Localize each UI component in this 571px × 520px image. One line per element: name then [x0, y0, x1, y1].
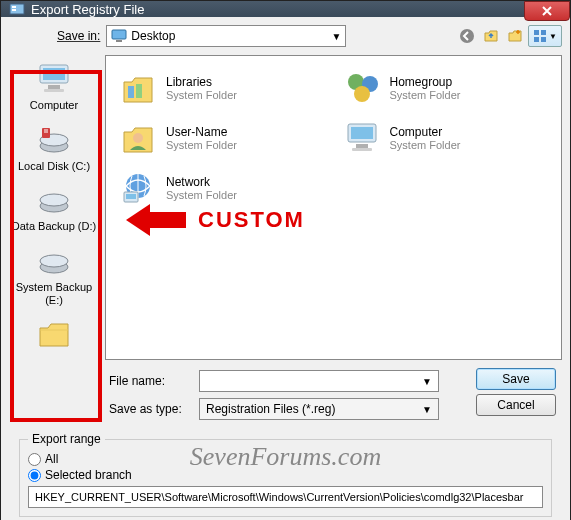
svg-rect-33: [126, 194, 136, 199]
back-button[interactable]: [456, 25, 478, 47]
nav-toolbar: ▼: [456, 25, 562, 47]
filename-input[interactable]: ▼: [199, 370, 439, 392]
svg-point-25: [354, 86, 370, 102]
save-in-row: Save in: Desktop ▼ ▼: [9, 23, 562, 51]
places-item-local-disk-c[interactable]: Local Disk (C:): [11, 120, 97, 175]
svg-rect-29: [356, 144, 368, 148]
custom-text: CUSTOM: [198, 207, 305, 233]
item-name: Computer: [390, 125, 461, 139]
radio-all[interactable]: [28, 453, 41, 466]
svg-point-26: [133, 133, 143, 143]
radio-selected[interactable]: [28, 469, 41, 482]
item-name: Network: [166, 175, 237, 189]
svg-rect-9: [541, 37, 546, 42]
branch-path-input[interactable]: [28, 486, 543, 508]
desktop-icon: [111, 28, 127, 44]
list-item[interactable]: User-NameSystem Folder: [116, 116, 328, 160]
item-name: Homegroup: [390, 75, 461, 89]
file-listing[interactable]: LibrariesSystem Folder HomegroupSystem F…: [105, 55, 562, 360]
save-button[interactable]: Save: [476, 368, 556, 390]
places-item-folder[interactable]: [11, 314, 97, 356]
computer-icon: [342, 118, 382, 158]
list-item[interactable]: LibrariesSystem Folder: [116, 66, 328, 110]
radio-selected-label[interactable]: Selected branch: [28, 468, 543, 482]
item-sub: System Folder: [390, 89, 461, 101]
window-title: Export Registry File: [31, 2, 144, 17]
regedit-icon: [9, 1, 25, 17]
places-item-data-backup-d[interactable]: Data Backup (D:): [11, 180, 97, 235]
radio-all-text: All: [45, 452, 58, 466]
places-bar: Computer Local Disk (C:) Data Backup (D:…: [9, 55, 99, 360]
disk-icon: [36, 122, 72, 158]
filename-label: File name:: [109, 374, 189, 388]
svg-rect-4: [116, 40, 122, 42]
item-sub: System Folder: [166, 139, 237, 151]
places-label: System Backup (E:): [11, 281, 97, 306]
save-in-label: Save in:: [57, 29, 100, 43]
svg-rect-30: [352, 148, 372, 151]
view-icon: [533, 29, 547, 43]
svg-point-5: [460, 29, 474, 43]
user-icon: [118, 118, 158, 158]
svg-rect-1: [12, 6, 16, 8]
svg-rect-21: [128, 86, 134, 98]
chevron-down-icon: ▼: [422, 376, 432, 387]
homegroup-icon: [342, 68, 382, 108]
libraries-icon: [118, 68, 158, 108]
savetype-value: Registration Files (*.reg): [206, 402, 335, 416]
cancel-button[interactable]: Cancel: [476, 394, 556, 416]
view-button[interactable]: ▼: [528, 25, 562, 47]
network-icon: [118, 168, 158, 208]
main-area: Computer Local Disk (C:) Data Backup (D:…: [9, 55, 562, 360]
dialog-content: Save in: Desktop ▼ ▼ Computer: [1, 17, 570, 520]
export-range-legend: Export range: [28, 432, 105, 446]
savetype-combo[interactable]: Registration Files (*.reg) ▼: [199, 398, 439, 420]
places-label: Local Disk (C:): [18, 160, 90, 173]
computer-icon: [36, 61, 72, 97]
svg-rect-8: [534, 37, 539, 42]
save-in-combo[interactable]: Desktop ▼: [106, 25, 346, 47]
item-name: Libraries: [166, 75, 237, 89]
new-folder-button[interactable]: [504, 25, 526, 47]
export-registry-dialog: Export Registry File Save in: Desktop ▼ …: [0, 0, 571, 520]
folder-up-icon: [483, 28, 499, 44]
close-button[interactable]: [524, 1, 570, 21]
radio-selected-text: Selected branch: [45, 468, 132, 482]
list-item[interactable]: HomegroupSystem Folder: [340, 66, 552, 110]
chevron-down-icon: ▼: [422, 404, 432, 415]
disk-icon: [36, 182, 72, 218]
svg-rect-11: [43, 68, 65, 80]
places-label: Data Backup (D:): [12, 220, 96, 233]
svg-rect-3: [112, 30, 126, 39]
places-item-computer[interactable]: Computer: [11, 59, 97, 114]
svg-rect-2: [12, 9, 16, 11]
svg-point-20: [40, 255, 68, 267]
places-item-system-backup-e[interactable]: System Backup (E:): [11, 241, 97, 308]
item-sub: System Folder: [390, 139, 461, 151]
new-folder-icon: [507, 28, 523, 44]
filename-area: File name: ▼ Save as type: Registration …: [9, 364, 562, 424]
item-sub: System Folder: [166, 89, 237, 101]
list-item[interactable]: ComputerSystem Folder: [340, 116, 552, 160]
chevron-down-icon: ▼: [331, 31, 341, 42]
item-sub: System Folder: [166, 189, 237, 201]
folder-icon: [36, 316, 72, 352]
places-label: Computer: [30, 99, 78, 112]
svg-rect-12: [48, 85, 60, 89]
chevron-down-icon: ▼: [549, 32, 557, 41]
disk-icon: [36, 243, 72, 279]
svg-point-18: [40, 194, 68, 206]
item-name: User-Name: [166, 125, 237, 139]
save-in-value: Desktop: [131, 29, 175, 43]
list-item[interactable]: NetworkSystem Folder: [116, 166, 328, 210]
close-icon: [541, 5, 553, 17]
radio-all-label[interactable]: All: [28, 452, 543, 466]
svg-rect-13: [44, 89, 64, 92]
svg-rect-7: [541, 30, 546, 35]
back-icon: [459, 28, 475, 44]
svg-rect-6: [534, 30, 539, 35]
svg-rect-28: [351, 127, 373, 139]
titlebar[interactable]: Export Registry File: [1, 1, 570, 17]
up-button[interactable]: [480, 25, 502, 47]
export-range-group: Export range All Selected branch: [9, 428, 562, 520]
